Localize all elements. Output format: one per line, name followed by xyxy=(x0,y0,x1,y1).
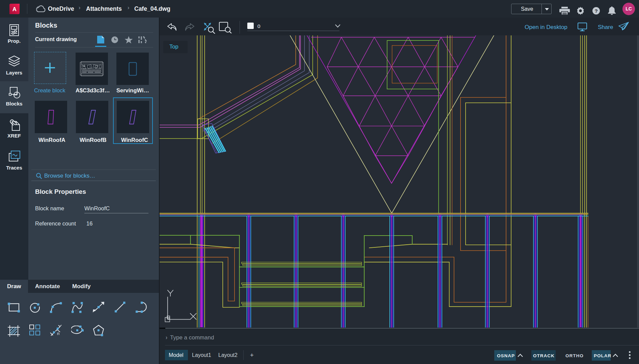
svg-text:?: ? xyxy=(594,8,598,14)
svg-text:A: A xyxy=(12,6,17,12)
svg-text:n: n xyxy=(57,331,59,336)
